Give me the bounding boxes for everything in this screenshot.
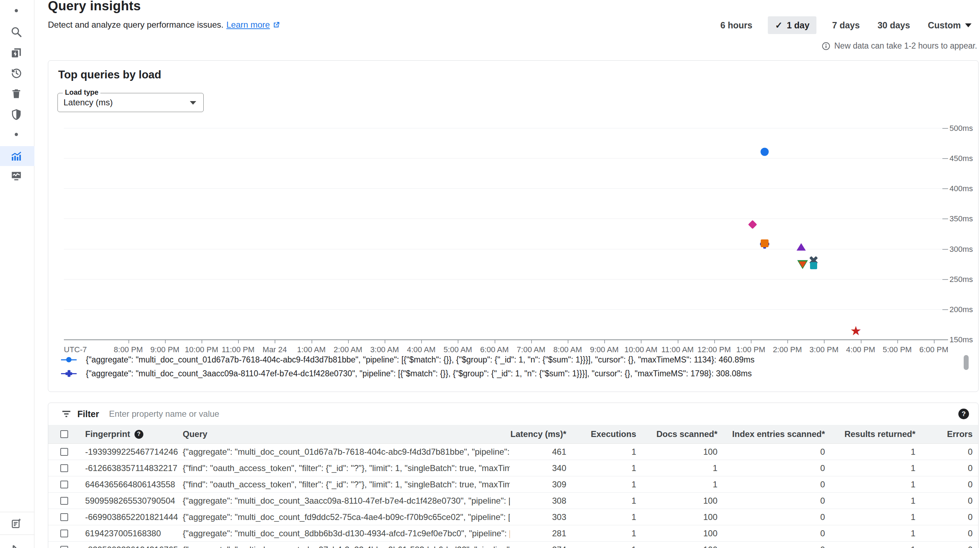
time-range-selector: 6 hours✓1 day7 days30 daysCustom	[718, 16, 974, 34]
value-cell: 1	[636, 480, 718, 489]
search-icon[interactable]	[8, 24, 24, 40]
legend-plus-marker	[61, 369, 76, 378]
open-in-new-icon	[272, 21, 280, 29]
legend-entry[interactable]: {"aggregate": "multi_doc_count_01d67a7b-…	[61, 354, 754, 365]
table-row[interactable]: -6699038652201821444{"aggregate": "multi…	[48, 509, 978, 525]
monitor-metrics-icon[interactable]	[8, 168, 24, 184]
row-checkbox[interactable]	[60, 513, 68, 521]
legend-entry[interactable]: {"aggregate": "multi_doc_count_3aacc09a-…	[61, 368, 752, 379]
value-cell: 274	[510, 545, 566, 548]
x-axis-label: 2:00 AM	[334, 345, 362, 354]
x-axis-label: 9:00 PM	[150, 345, 180, 354]
row-checkbox[interactable]	[60, 464, 68, 472]
column-header[interactable]: Docs scanned*	[656, 429, 718, 439]
row-checkbox[interactable]	[60, 546, 68, 548]
value-cell: 1	[636, 463, 718, 473]
data-freshness-note: New data can take 1-2 hours to appear.	[821, 41, 977, 51]
y-axis-label: 400ms	[950, 184, 973, 193]
time-range-7-days[interactable]: 7 days	[830, 16, 862, 34]
value-cell: 309	[510, 480, 566, 489]
dot-icon	[15, 133, 18, 136]
history-icon[interactable]	[8, 65, 24, 81]
x-axis-label: 1:00 PM	[736, 345, 765, 354]
x-axis-timezone-label: UTC-7	[64, 345, 87, 354]
table-header-row: Fingerprint?Query↓Latency (ms)*Execution…	[48, 425, 978, 444]
time-range-30-days[interactable]: 30 days	[875, 16, 912, 34]
value-cell: 308	[510, 496, 566, 506]
value-cell: 1	[566, 463, 636, 473]
y-tick-mark	[942, 309, 948, 310]
query-cell: {"find": "oauth_access_token", "filter":…	[183, 480, 510, 489]
chart-point-square-small[interactable]	[810, 262, 817, 269]
doc-sparkle-icon[interactable]	[8, 516, 24, 531]
value-cell: 100	[636, 447, 718, 457]
x-axis-label: 5:00 AM	[444, 345, 472, 354]
column-header[interactable]: Query	[183, 429, 207, 439]
fingerprint-help-icon[interactable]: ?	[134, 430, 143, 439]
x-tick-mark	[824, 340, 824, 343]
learn-more-link[interactable]: Learn more	[226, 20, 280, 30]
fingerprint-cell: -1939399225467714246	[85, 447, 183, 457]
column-header[interactable]: Results returned*	[845, 429, 915, 439]
trash-icon[interactable]	[8, 86, 24, 102]
chart-point-star[interactable]: ★	[850, 324, 861, 337]
gridline	[64, 128, 942, 129]
value-cell: 1	[566, 496, 636, 506]
chart-card-title: Top queries by load	[58, 68, 161, 81]
filter-input[interactable]	[109, 409, 783, 419]
column-header[interactable]: Errors	[947, 429, 972, 439]
column-header[interactable]: Latency (ms)*	[511, 429, 566, 439]
subtitle-text: Detect and analyze query performance iss…	[48, 20, 224, 30]
chart-point-triangle-down[interactable]	[799, 261, 807, 268]
chart-point-square[interactable]	[761, 240, 768, 247]
y-axis-label: 350ms	[950, 214, 973, 224]
value-cell: 340	[510, 463, 566, 473]
chart-point-triangle-up[interactable]	[797, 243, 806, 251]
value-cell: 1	[566, 529, 636, 538]
shield-icon[interactable]	[8, 107, 24, 122]
scrollbar-thumb[interactable]	[964, 355, 969, 370]
collapse-arrow-icon[interactable]	[8, 543, 24, 548]
chart-point-diamond[interactable]	[748, 220, 757, 229]
time-range-custom[interactable]: Custom	[926, 16, 974, 34]
column-header[interactable]: Executions	[591, 429, 636, 439]
row-checkbox[interactable]	[60, 530, 68, 537]
query-insights-chart-icon[interactable]	[8, 148, 24, 164]
table-row[interactable]: 6194237005168380{"aggregate": "multi_doc…	[48, 525, 978, 542]
table-row[interactable]: -8295002236194316765{"aggregate": "multi…	[48, 542, 978, 548]
table-help-icon[interactable]: ?	[958, 408, 969, 419]
query-cell: {"aggregate": "multi_doc_count_daa97cb4-…	[183, 545, 510, 548]
gridline	[64, 309, 942, 310]
value-cell: 1	[825, 529, 915, 538]
value-cell: 281	[510, 529, 566, 538]
time-range-1-day[interactable]: ✓1 day	[768, 16, 816, 34]
value-cell: 0	[718, 480, 825, 489]
time-range-6-hours[interactable]: 6 hours	[718, 16, 754, 34]
column-header[interactable]: Index entries scanned*	[732, 429, 825, 439]
left-sidebar	[0, 0, 34, 548]
query-cell: {"aggregate": "multi_doc_count_8dbb6b3d-…	[183, 529, 510, 538]
flash-pages-icon[interactable]	[8, 45, 24, 60]
y-tick-mark	[942, 188, 948, 189]
fingerprint-cell: -6126638357114832217	[85, 463, 183, 473]
x-axis-label: 11:00 PM	[222, 345, 255, 354]
x-axis-label: 1:00 AM	[297, 345, 326, 354]
x-axis-label: 8:00 AM	[554, 345, 582, 354]
select-all-checkbox[interactable]	[60, 430, 68, 438]
query-cell: {"aggregate": "multi_doc_count_01d67a7b-…	[183, 447, 510, 457]
load-type-select[interactable]: Load type Latency (ms)	[57, 93, 204, 112]
table-row[interactable]: 6464365664806143558{"find": "oauth_acces…	[48, 477, 978, 493]
table-row[interactable]: -6126638357114832217{"find": "oauth_acce…	[48, 460, 978, 477]
row-checkbox[interactable]	[60, 497, 68, 505]
query-cell: {"find": "oauth_access_token", "filter":…	[183, 463, 510, 473]
x-tick-mark	[568, 340, 568, 343]
column-header-fingerprint[interactable]: Fingerprint	[85, 429, 130, 439]
sidebar-divider	[0, 512, 34, 512]
table-row[interactable]: 5909598265530790504{"aggregate": "multi_…	[48, 493, 978, 509]
row-checkbox[interactable]	[60, 481, 68, 488]
table-body: -1939399225467714246{"aggregate": "multi…	[48, 444, 978, 548]
chart-point-circle[interactable]	[761, 148, 769, 156]
row-checkbox[interactable]	[60, 448, 68, 456]
value-cell: 0	[718, 463, 825, 473]
table-row[interactable]: -1939399225467714246{"aggregate": "multi…	[48, 444, 978, 460]
